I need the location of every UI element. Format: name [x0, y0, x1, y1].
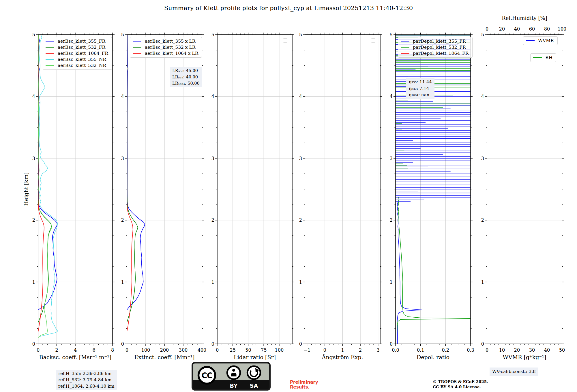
legend-item: aerBsc_klett_532_FR [46, 45, 108, 50]
tick-label: 100 [275, 347, 284, 353]
panel-backsc: 02468012345 [32, 32, 115, 353]
tick-label: 4 [32, 94, 35, 99]
legend-item: aerBsc_klett_1064 x LR [133, 51, 198, 56]
tick-label: 75 [261, 347, 267, 353]
tick-label: 2 [211, 217, 214, 223]
series-parDepol_klett_532_FR [397, 197, 471, 344]
tick-label: 0 [32, 341, 35, 347]
tick-label: −1 [304, 347, 311, 353]
empty-legend-lr [283, 38, 287, 43]
legend-rh: RH [530, 53, 556, 62]
tick-label: 4 [211, 94, 214, 99]
series-aerBsc_klett_532_x_LR [127, 35, 138, 322]
tick-label: 3 [32, 156, 35, 161]
series-aerBsc_klett_355_x_LR [127, 35, 145, 310]
tick-label: 5 [211, 32, 214, 37]
copyright-line2: CC BY SA 4.0 License. [433, 385, 488, 390]
tick-label: 50 [245, 347, 251, 353]
tick-label: 1 [481, 279, 484, 285]
series-aerBsc_klett_1064_x_LR [127, 35, 133, 331]
refh-1064: ref.H_1064: 2.60-4.10 km [58, 383, 114, 390]
legend-item: aerBsc_klett_355_NR [46, 57, 108, 62]
tick-label: 50 [559, 347, 565, 353]
eta-1064-value: η₁₀₆₄: nan [409, 92, 432, 98]
legend-line-swatch [133, 47, 141, 48]
legend-item: aerBsc_klett_532 x LR [133, 45, 198, 50]
tick-label: 5 [299, 32, 302, 37]
sharealike-icon [248, 366, 261, 379]
tick-label: 2 [299, 217, 302, 223]
tick-label: 2 [481, 217, 484, 223]
legend-line-swatch [401, 47, 409, 48]
legend-line-swatch [46, 65, 54, 66]
legend-backsc: aerBsc_klett_355_FRaerBsc_klett_532_FRae… [43, 37, 112, 70]
tick-label: 4 [390, 94, 393, 99]
legend-label: aerBsc_klett_355 x LR [145, 39, 195, 44]
legend-item: parDepol_klett_532_FR [401, 45, 469, 50]
legend-label: parDepol_klett_355_FR [413, 39, 466, 44]
legend-item: aerBsc_klett_532_NR [46, 63, 108, 68]
legend-label: RH [545, 55, 552, 60]
tick-label: 2 [55, 347, 58, 353]
legend-label: WVMR [538, 38, 554, 43]
legend-label: aerBsc_klett_532_FR [58, 45, 105, 50]
panel-wvmr: 01020304050012345020406080100 [481, 26, 566, 353]
eta-355-value: η₃₅₅: 11.44 [409, 79, 432, 85]
lidar-ratio-values-box: LR₃₅₅: 45.00 LR₅₃₂: 40.00 LR₁₀₆₄: 50.00 [170, 67, 202, 87]
tick-label: 3 [299, 156, 302, 161]
legend-line-swatch [46, 47, 54, 48]
panel-angstrom: −10123012345 [299, 32, 382, 353]
series-aerBsc_klett_355_NR [39, 35, 58, 336]
tick-label: 6 [92, 347, 95, 353]
legend-label: aerBsc_klett_532_NR [58, 63, 106, 68]
tick-label: 0 [299, 341, 302, 347]
tick-label: 1 [390, 279, 393, 285]
klett-summary-figure: Summary of Klett profile plots for polly… [0, 0, 577, 392]
legend-item: parDepol_klett_355_FR [401, 39, 469, 44]
copyright-note: © TROPOS & ECoE 2025. CC BY SA 4.0 Licen… [433, 379, 488, 389]
tick-label: 4 [121, 94, 124, 99]
legend-line-swatch [133, 53, 141, 54]
legend-item: WVMR [526, 38, 554, 43]
tick-label: 40 [544, 347, 550, 353]
reference-heights-box: ref.H_355: 2.36-3.86 km ref.H_532: 3.79-… [56, 370, 117, 390]
tick-label: 4 [74, 347, 77, 353]
tick-label: 2 [32, 217, 35, 223]
cc-sa-text: SA [250, 382, 258, 389]
tick-label: 0 [481, 341, 484, 347]
legend-depol: parDepol_klett_355_FRparDepol_klett_532_… [398, 37, 473, 58]
tick-label: 2 [121, 217, 124, 223]
preliminary-line2: Results. [290, 385, 318, 390]
legend-wvmr: WVMR [523, 36, 558, 45]
tick-label: 100 [141, 347, 150, 353]
legend-line-swatch [46, 53, 54, 54]
tick-label: 0 [486, 347, 488, 353]
xlabel-wvmr: WVMR [g*kg⁻¹] [458, 354, 577, 360]
tick-label: 5 [481, 32, 484, 37]
series-parDepol_klett_355_FR [397, 201, 422, 344]
tick-label: 300 [179, 347, 188, 353]
tick-label: 4 [481, 94, 484, 99]
legend-label: parDepol_klett_532_FR [413, 45, 466, 50]
tick-label: 1 [32, 279, 35, 285]
legend-item: parDepol_klett_1064_FR [401, 51, 469, 56]
tick-label: 25 [230, 347, 236, 353]
tick-label: 20 [499, 26, 505, 32]
legend-label: parDepol_klett_1064_FR [413, 51, 469, 56]
tick-label: 3 [481, 156, 484, 161]
tick-label: 0 [211, 341, 214, 347]
legend-label: aerBsc_klett_532 x LR [145, 45, 195, 50]
legend-label: aerBsc_klett_1064 x LR [145, 51, 198, 56]
ext-series-group [127, 35, 145, 331]
tick-label: 1 [211, 279, 214, 285]
tick-label: 10 [499, 347, 505, 353]
tick-label: 5 [390, 32, 393, 37]
legend-item: aerBsc_klett_355 x LR [133, 39, 198, 44]
refh-532: ref.H_532: 3.79-4.84 km [58, 377, 114, 383]
lr-532-value: LR₅₃₂: 40.00 [172, 74, 200, 80]
cc-by-text: BY [230, 382, 237, 389]
tick-label: 1 [121, 279, 124, 285]
tick-label: 1 [299, 279, 302, 285]
backsc-series-group [38, 35, 58, 338]
tick-label: 80 [544, 26, 550, 32]
